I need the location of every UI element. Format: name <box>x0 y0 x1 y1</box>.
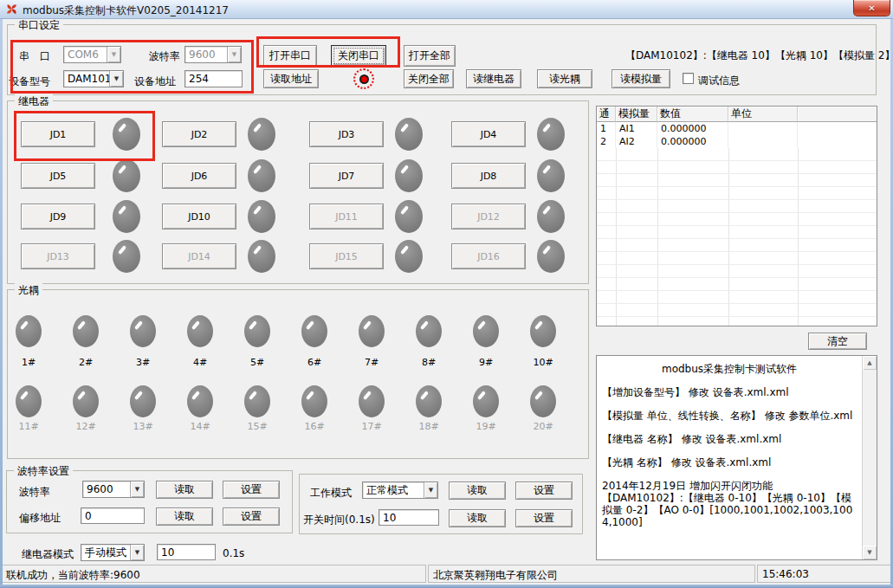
close-button[interactable]: ✕ <box>853 0 890 16</box>
relay-button-jd5[interactable]: JD5 <box>21 163 95 189</box>
title-bar[interactable]: modbus采集控制卡软件V0205_20141217 ✕ <box>0 0 893 19</box>
switch-time-input[interactable] <box>379 509 439 526</box>
work-mode-read-button[interactable]: 读取 <box>449 481 506 500</box>
switch-time-read-button[interactable]: 读取 <box>449 509 506 527</box>
work-mode-value: 正常模式 <box>366 483 424 498</box>
device-model-select[interactable]: DAM10102 ▼ <box>63 70 124 87</box>
baud-setting-value: 9600 <box>87 483 130 495</box>
relay-indicator-10 <box>248 200 275 233</box>
opto-label-1: 1# <box>13 357 44 368</box>
relay-indicator-1 <box>113 118 140 151</box>
cell-value: 0.000000 <box>657 135 728 148</box>
close-all-button[interactable]: 关闭全部 <box>404 69 454 88</box>
relay-button-jd2[interactable]: JD2 <box>162 121 236 147</box>
relay-button-jd16: JD16 <box>451 243 526 269</box>
device-addr-label: 设备地址 <box>134 74 176 89</box>
open-serial-button[interactable]: 打开串口 <box>263 45 317 67</box>
relay-button-jd6[interactable]: JD6 <box>162 163 236 189</box>
opto-label-4: 4# <box>184 357 216 368</box>
scroll-down-icon[interactable]: ▼ <box>863 546 877 559</box>
table-header-extra[interactable] <box>798 107 877 122</box>
cell-channel: 1 <box>597 122 616 135</box>
log-scrollbar[interactable]: ▲ ▼ <box>862 356 877 559</box>
opto-label-17: 17# <box>356 421 387 432</box>
chevron-down-icon: ▼ <box>107 47 120 62</box>
relay-button-jd14: JD14 <box>162 243 236 269</box>
opto-indicator-12 <box>73 385 99 417</box>
com-port-select[interactable]: COM6 ▼ <box>63 46 121 63</box>
table-header-channel[interactable]: 通 <box>597 107 616 122</box>
relay-button-jd8[interactable]: JD8 <box>451 163 526 189</box>
opto-label-2: 2# <box>70 357 101 368</box>
baud-read-button[interactable]: 读取 <box>156 481 213 499</box>
relay-mode-time-input[interactable] <box>157 544 216 560</box>
log-line: 【光耦 名称】 修改 设备表.xml.xml <box>602 456 857 468</box>
log-line: modbus采集控制卡测试软件 <box>602 363 857 375</box>
opto-indicator-19 <box>473 385 499 417</box>
scroll-up-icon[interactable]: ▲ <box>863 356 877 370</box>
relay-button-jd7[interactable]: JD7 <box>309 163 384 189</box>
switch-time-set-button[interactable]: 设置 <box>515 509 573 527</box>
relay-button-jd13: JD13 <box>21 243 95 269</box>
offset-read-button[interactable]: 读取 <box>156 507 213 526</box>
log-text[interactable]: modbus采集控制卡测试软件 【增加设备型号】 修改 设备表.xml.xml … <box>597 356 862 559</box>
relay-button-jd1[interactable]: JD1 <box>21 121 95 147</box>
debug-info-checkbox[interactable] <box>683 73 694 84</box>
relay-button-jd15: JD15 <box>309 243 384 269</box>
relay-mode-label: 继电器模式 <box>22 547 74 562</box>
opto-label-19: 19# <box>470 421 502 432</box>
baud-set-button[interactable]: 设置 <box>223 481 280 499</box>
offset-addr-input[interactable] <box>81 507 145 524</box>
opto-indicator-20 <box>530 385 556 417</box>
opto-label-18: 18# <box>413 421 444 432</box>
close-serial-button[interactable]: 关闭串口 <box>331 45 386 67</box>
baud-rate-select[interactable]: 9600 ▼ <box>184 46 242 63</box>
log-line: 【模拟量 单位、线性转换、名称】 修改 参数单位.xml <box>602 410 857 422</box>
table-header-value[interactable]: 数值 <box>657 107 728 122</box>
chevron-down-icon: ▼ <box>130 545 144 560</box>
cell-value: 0.000000 <box>657 122 728 135</box>
relay-button-jd11: JD11 <box>309 204 384 229</box>
opto-label-14: 14# <box>184 421 216 432</box>
log-line: 2014年12月19日 增加闪开闪闭功能 <box>602 480 857 492</box>
table-row-ai2[interactable]: 2 AI2 0.000000 <box>597 135 877 148</box>
offset-set-button[interactable]: 设置 <box>223 507 280 526</box>
table-row-ai1[interactable]: 1 AI1 0.000000 <box>597 122 877 135</box>
baud-setting-select[interactable]: 9600 ▼ <box>82 481 145 498</box>
opto-group: 光耦 <box>7 289 589 459</box>
read-analog-button[interactable]: 读模拟量 <box>612 69 670 88</box>
work-mode-set-button[interactable]: 设置 <box>515 481 573 500</box>
read-relay-button[interactable]: 读继电器 <box>466 69 521 88</box>
open-all-button[interactable]: 打开全部 <box>404 45 456 67</box>
log-panel: modbus采集控制卡测试软件 【增加设备型号】 修改 设备表.xml.xml … <box>596 355 877 560</box>
work-mode-select[interactable]: 正常模式 ▼ <box>362 481 438 499</box>
opto-indicator-13 <box>130 385 156 417</box>
table-header-unit[interactable]: 单位 <box>728 107 798 122</box>
chevron-down-icon: ▼ <box>227 47 241 62</box>
opto-label-15: 15# <box>242 421 273 432</box>
table-header-analog[interactable]: 模拟量 <box>616 107 657 122</box>
app-logo-icon <box>5 3 18 16</box>
relay-button-jd10[interactable]: JD10 <box>162 204 236 229</box>
relay-mode-select[interactable]: 手动模式 ▼ <box>81 544 145 561</box>
status-bar: 联机成功，当前波特率:9600 北京聚英翱翔电子有限公司 15:46:03 <box>0 564 893 585</box>
serial-group-title: 串口设定 <box>15 18 63 33</box>
relay-button-jd3[interactable]: JD3 <box>309 121 384 147</box>
opto-indicator-8 <box>416 315 442 347</box>
device-model-label: 设备型号 <box>9 74 50 89</box>
opto-indicator-14 <box>187 385 213 417</box>
read-address-button[interactable]: 读取地址 <box>263 69 319 88</box>
opto-label-11: 11# <box>13 421 44 432</box>
read-opto-button[interactable]: 读光耦 <box>537 69 592 88</box>
device-addr-input[interactable] <box>184 70 243 87</box>
status-connection: 联机成功，当前波特率:9600 <box>1 565 426 583</box>
app-window: modbus采集控制卡软件V0205_20141217 ✕ 串口设定 串 口 C… <box>0 0 893 588</box>
window-border-left <box>0 19 3 588</box>
serial-status-led <box>353 68 374 89</box>
relay-button-jd4[interactable]: JD4 <box>451 121 526 147</box>
relay-indicator-15 <box>395 240 423 273</box>
clear-log-button[interactable]: 清空 <box>808 333 867 350</box>
offset-addr-label: 偏移地址 <box>19 511 61 526</box>
relay-mode-value: 手动模式 <box>85 546 130 560</box>
relay-button-jd9[interactable]: JD9 <box>21 204 95 229</box>
